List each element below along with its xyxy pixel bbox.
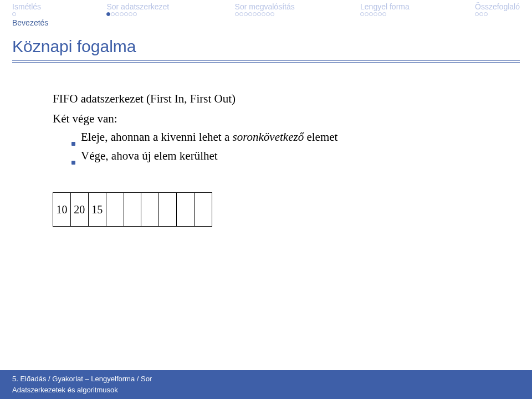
queue-cell: 15 [89, 192, 106, 227]
progress-dots [12, 12, 16, 16]
nav-label: Sor adatszerkezet [106, 2, 169, 11]
subsection-label: Bevezetés [0, 16, 532, 27]
queue-cell [195, 192, 212, 227]
queue-diagram: 102015 [53, 192, 499, 227]
queue-cell: 10 [53, 192, 71, 227]
footer-line-2: Adatszerkezetek és algoritmusok [12, 385, 520, 396]
bullet-icon [71, 161, 75, 165]
footer: 5. Előadás / Gyakorlat – Lengyelforma / … [0, 370, 532, 399]
queue-cell [159, 192, 177, 227]
bullet-list: Eleje, ahonnan a kivenni lehet a soronkö… [53, 129, 499, 165]
queue-cell [124, 192, 142, 227]
title-area: Köznapi fogalma [0, 27, 532, 68]
content-body: FIFO adatszerkezet (First In, First Out)… [0, 68, 532, 227]
nav-item-ismetles[interactable]: Ismétlés [12, 2, 41, 16]
progress-dots [235, 12, 274, 16]
progress-dots [360, 12, 386, 16]
queue-cell [141, 192, 159, 227]
queue-cell [106, 192, 124, 227]
nav-item-sor-megvalositas[interactable]: Sor megvalósítás [235, 2, 295, 16]
nav-item-sor-adatszerkezet[interactable]: Sor adatszerkezet [106, 2, 169, 16]
bullet-icon [71, 142, 75, 146]
nav-label: Lengyel forma [360, 2, 410, 11]
footer-line-1: 5. Előadás / Gyakorlat – Lengyelforma / … [12, 374, 520, 385]
title-separator [12, 60, 520, 63]
progress-dots [106, 12, 137, 16]
nav-bar: Ismétlés Sor adatszerkezet Sor megvalósí… [0, 0, 532, 16]
queue-cell [177, 192, 195, 227]
line-two: Két vége van: [53, 110, 499, 128]
nav-label: Összefoglaló [475, 2, 520, 11]
lead-line: FIFO adatszerkezet (First In, First Out) [53, 90, 499, 108]
nav-label: Ismétlés [12, 2, 41, 11]
page-title: Köznapi fogalma [12, 37, 520, 56]
queue-cell: 20 [71, 192, 89, 227]
nav-item-osszefoglalo[interactable]: Összefoglaló [475, 2, 520, 16]
nav-label: Sor megvalósítás [235, 2, 295, 11]
list-item: Vége, ahova új elem kerülhet [71, 147, 499, 165]
list-item: Eleje, ahonnan a kivenni lehet a soronkö… [71, 129, 499, 146]
item-text: Vége, ahova új elem kerülhet [81, 147, 218, 165]
item-text: Eleje, ahonnan a kivenni lehet a soronkö… [81, 129, 337, 146]
queue-cells: 102015 [53, 192, 212, 227]
progress-dots [475, 12, 488, 16]
nav-item-lengyel-forma[interactable]: Lengyel forma [360, 2, 410, 16]
